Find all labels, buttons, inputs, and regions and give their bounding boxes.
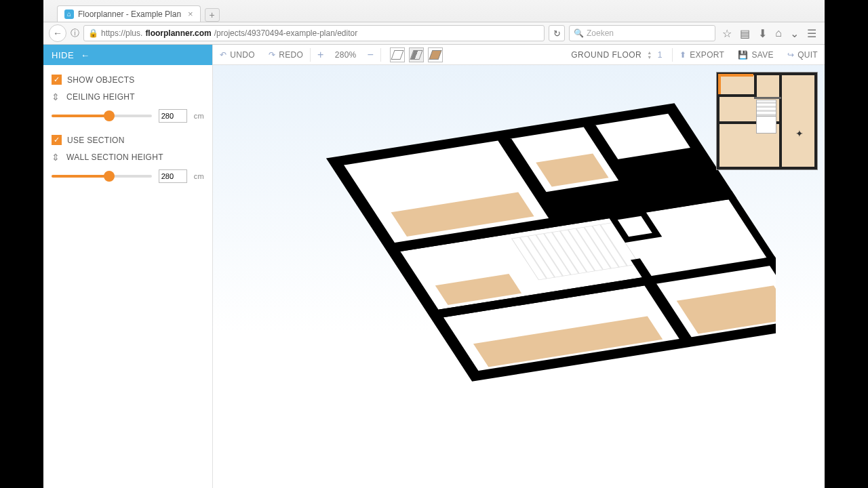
- wall-section-input[interactable]: [159, 169, 187, 183]
- info-icon[interactable]: ⓘ: [71, 27, 79, 39]
- show-objects-label: SHOW OBJECTS: [67, 75, 135, 85]
- view-3d-button[interactable]: [409, 47, 424, 62]
- updown-icon: ▲▼: [647, 50, 652, 60]
- tab-title: Floorplanner - Example Plan: [78, 9, 181, 19]
- section-icon: ⇕: [52, 152, 61, 163]
- show-objects-checkbox[interactable]: ✓: [52, 75, 62, 85]
- hide-label: HIDE: [52, 50, 74, 60]
- url-field[interactable]: 🔒 https://plus.floorplanner.com/projects…: [83, 25, 545, 41]
- ceiling-height-slider[interactable]: [52, 115, 152, 117]
- bookmark-icon[interactable]: ☆: [722, 27, 732, 40]
- wall-section-slider[interactable]: [52, 175, 152, 178]
- lock-icon: 🔒: [88, 28, 98, 38]
- zoom-out-button[interactable]: −: [361, 45, 381, 64]
- back-button[interactable]: ←: [49, 24, 66, 42]
- app-toolbar: ↶ UNDO ↷ REDO + 280% −: [213, 45, 825, 65]
- ceiling-unit: cm: [194, 112, 204, 120]
- new-tab-button[interactable]: +: [205, 8, 220, 22]
- view-textured-button[interactable]: [428, 47, 443, 62]
- browser-tabbar: ⌂ Floorplanner - Example Plan × +: [43, 0, 825, 22]
- sidebar: HIDE ← ✓ SHOW OBJECTS ⇕ CEILING HEIGHT: [43, 45, 213, 488]
- export-label: EXPORT: [690, 50, 724, 60]
- undo-button[interactable]: ↶ UNDO: [213, 45, 262, 64]
- url-host: floorplanner.com: [145, 28, 211, 38]
- undo-icon: ↶: [220, 50, 226, 60]
- ceiling-icon: ⇕: [52, 92, 61, 102]
- url-path: /projects/49370494-example-plan/editor: [214, 28, 357, 38]
- minimap[interactable]: ✦: [716, 72, 818, 170]
- export-icon: ⬆: [679, 50, 686, 60]
- view-2d-button[interactable]: [390, 47, 405, 62]
- wall-unit: cm: [194, 172, 204, 180]
- arrow-left-icon: ←: [81, 50, 90, 60]
- browser-search[interactable]: 🔍 Zoeken: [569, 25, 715, 41]
- reload-button[interactable]: ↻: [549, 25, 565, 41]
- save-button[interactable]: 💾 SAVE: [731, 45, 781, 64]
- floorplan-3d-viewport[interactable]: ✦: [213, 65, 825, 488]
- quit-button[interactable]: ↪ QUIT: [781, 45, 825, 64]
- floor-number: 1: [658, 50, 663, 60]
- redo-icon: ↷: [269, 50, 275, 60]
- library-icon[interactable]: ▤: [740, 27, 750, 40]
- browser-tab[interactable]: ⌂ Floorplanner - Example Plan ×: [57, 5, 201, 22]
- quit-icon: ↪: [787, 50, 794, 60]
- zoom-in-button[interactable]: +: [311, 45, 331, 64]
- menu-icon[interactable]: ☰: [807, 27, 816, 40]
- export-button[interactable]: ⬆ EXPORT: [673, 45, 731, 64]
- save-icon: 💾: [738, 50, 748, 60]
- floorplan-render: [301, 68, 776, 475]
- redo-label: REDO: [279, 50, 303, 60]
- wall-section-label: WALL SECTION HEIGHT: [66, 152, 163, 162]
- search-icon: 🔍: [574, 28, 584, 38]
- save-label: SAVE: [751, 50, 773, 60]
- close-icon[interactable]: ×: [188, 9, 193, 19]
- quit-label: QUIT: [797, 50, 818, 60]
- floor-name: GROUND FLOOR: [571, 50, 642, 60]
- download-icon[interactable]: ⬇: [758, 27, 767, 40]
- home-icon[interactable]: ⌂: [775, 27, 782, 40]
- favicon: ⌂: [64, 9, 74, 19]
- use-section-checkbox[interactable]: ✓: [52, 135, 62, 145]
- ceiling-height-label: CEILING HEIGHT: [66, 92, 135, 102]
- plus-icon: +: [317, 49, 324, 61]
- ceiling-height-input[interactable]: [159, 109, 187, 123]
- cursor-icon: ✦: [795, 128, 804, 139]
- redo-button[interactable]: ↷ REDO: [262, 45, 310, 64]
- minus-icon: −: [368, 49, 374, 61]
- floor-selector[interactable]: GROUND FLOOR ▲▼ 1: [561, 50, 672, 60]
- pocket-icon[interactable]: ⌄: [790, 27, 799, 40]
- undo-label: UNDO: [230, 50, 255, 60]
- hide-sidebar-button[interactable]: HIDE ←: [43, 45, 212, 65]
- use-section-label: USE SECTION: [67, 136, 125, 145]
- url-prefix: https://plus.: [101, 28, 142, 38]
- address-bar: ← ⓘ 🔒 https://plus.floorplanner.com/proj…: [43, 22, 825, 45]
- search-placeholder: Zoeken: [587, 28, 614, 38]
- zoom-level: 280%: [331, 50, 361, 60]
